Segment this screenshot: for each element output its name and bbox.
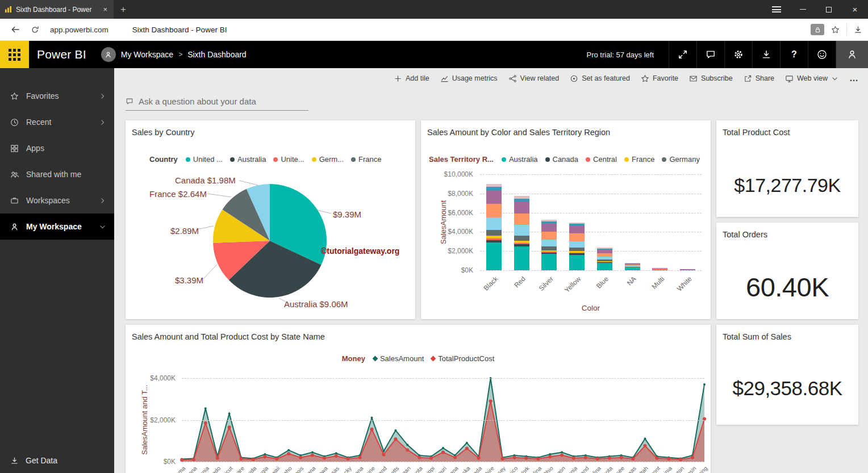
data-point[interactable]: [691, 456, 694, 459]
data-point[interactable]: [489, 399, 493, 403]
bar-segment[interactable]: [680, 270, 695, 270]
data-point[interactable]: [536, 457, 540, 461]
sidebar-item-shared-with-me[interactable]: Shared with me: [0, 161, 114, 187]
data-point[interactable]: [608, 457, 611, 460]
legend-item[interactable]: Germany: [662, 155, 699, 164]
bar-segment[interactable]: [541, 240, 557, 246]
sidebar-item-apps[interactable]: Apps: [0, 135, 114, 161]
data-point[interactable]: [466, 442, 468, 444]
data-point[interactable]: [442, 447, 444, 449]
back-button[interactable]: [6, 21, 25, 38]
data-point[interactable]: [252, 458, 255, 461]
sidebar-item-recent[interactable]: Recent: [0, 109, 114, 135]
bar-segment[interactable]: [597, 263, 612, 270]
favorite-button[interactable]: Favorite: [641, 74, 678, 83]
data-point[interactable]: [524, 457, 528, 460]
more-options-button[interactable]: …: [849, 73, 859, 83]
data-point[interactable]: [311, 454, 314, 457]
legend-item[interactable]: SalesAmount: [373, 354, 424, 363]
data-point[interactable]: [453, 456, 457, 459]
data-point[interactable]: [596, 457, 599, 461]
bar-segment[interactable]: [569, 233, 585, 241]
legend-item[interactable]: Central: [586, 155, 617, 164]
tile-total-sum-of-sales[interactable]: Total Sum of Sales $29,358.68K: [716, 325, 858, 425]
legend-item[interactable]: United ...: [186, 155, 223, 164]
bar-segment[interactable]: [569, 226, 585, 233]
minimize-button[interactable]: [790, 0, 816, 19]
data-point[interactable]: [382, 453, 386, 457]
bar-silver[interactable]: [541, 174, 557, 270]
bar-segment[interactable]: [514, 236, 529, 241]
powerbi-logo[interactable]: Power BI: [37, 48, 86, 61]
bar-segment[interactable]: [625, 268, 640, 270]
data-point[interactable]: [371, 417, 373, 419]
bar-blue[interactable]: [597, 174, 612, 270]
data-point[interactable]: [240, 457, 243, 461]
legend-item[interactable]: Australia: [502, 155, 538, 164]
data-point[interactable]: [263, 455, 266, 458]
bar-segment[interactable]: [514, 225, 529, 235]
browser-menu-button[interactable]: [763, 0, 790, 19]
bar-white[interactable]: [680, 174, 695, 270]
legend-item[interactable]: Unite...: [273, 155, 304, 164]
refresh-button[interactable]: [25, 21, 44, 38]
tile-sales-by-country[interactable]: Sales by Country Country United ...Austr…: [126, 120, 415, 319]
bar-segment[interactable]: [486, 217, 502, 229]
data-point[interactable]: [632, 457, 635, 461]
data-point[interactable]: [406, 448, 409, 451]
lock-badge[interactable]: [811, 24, 824, 35]
tile-total-product-cost[interactable]: Total Product Cost $17,277.79K: [716, 120, 858, 217]
data-point[interactable]: [465, 447, 469, 450]
settings-button[interactable]: [724, 41, 752, 68]
data-point[interactable]: [620, 456, 623, 459]
qna-box[interactable]: [126, 97, 308, 111]
chevron-right-icon[interactable]: [99, 197, 106, 204]
web-view-dropdown[interactable]: Web view: [785, 74, 838, 83]
bar-segment[interactable]: [514, 214, 529, 225]
data-point[interactable]: [418, 456, 421, 459]
smiley-feedback-button[interactable]: [808, 41, 836, 68]
data-point[interactable]: [394, 429, 397, 432]
tile-total-orders[interactable]: Total Orders 60.40K: [716, 223, 858, 319]
data-point[interactable]: [584, 456, 587, 459]
bar-segment[interactable]: [514, 246, 529, 270]
data-point[interactable]: [299, 456, 302, 459]
user-avatar-button[interactable]: [836, 41, 868, 68]
data-point[interactable]: [358, 456, 362, 459]
data-point[interactable]: [287, 452, 290, 455]
data-point[interactable]: [667, 457, 670, 461]
chevron-down-icon[interactable]: [99, 223, 106, 231]
chevron-right-icon[interactable]: [99, 93, 106, 100]
bar-segment[interactable]: [569, 241, 585, 248]
bar-multi[interactable]: [652, 174, 667, 270]
data-point[interactable]: [347, 457, 350, 461]
breadcrumb-workspace[interactable]: My Workspace: [121, 50, 173, 59]
data-point[interactable]: [287, 449, 290, 451]
sidebar-item-workspaces[interactable]: Workspaces: [0, 187, 114, 214]
bar-yellow[interactable]: [569, 174, 585, 270]
legend-item[interactable]: TotalProductCost: [431, 354, 494, 363]
chevron-right-icon[interactable]: [99, 119, 106, 126]
bar-na[interactable]: [625, 174, 640, 270]
fullscreen-button[interactable]: [669, 41, 696, 68]
data-point[interactable]: [644, 438, 646, 440]
data-point[interactable]: [228, 425, 231, 429]
data-point[interactable]: [204, 421, 207, 425]
bar-segment[interactable]: [486, 204, 502, 217]
data-point[interactable]: [703, 383, 706, 386]
data-point[interactable]: [561, 451, 563, 454]
bar-black[interactable]: [486, 174, 502, 270]
qna-input[interactable]: [139, 97, 308, 106]
data-point[interactable]: [406, 444, 408, 446]
subscribe-button[interactable]: Subscribe: [689, 74, 733, 83]
favorite-star-icon[interactable]: [831, 26, 840, 34]
legend-item[interactable]: France: [624, 155, 654, 164]
tile-sales-by-color-region[interactable]: Sales Amount by Color and Sales Territor…: [421, 120, 711, 319]
bar-segment[interactable]: [514, 202, 529, 214]
legend-item[interactable]: France: [351, 155, 381, 164]
data-point[interactable]: [394, 437, 397, 441]
share-button[interactable]: Share: [744, 74, 774, 83]
data-point[interactable]: [335, 454, 338, 458]
new-tab-button[interactable]: +: [114, 0, 133, 19]
data-point[interactable]: [311, 451, 314, 454]
